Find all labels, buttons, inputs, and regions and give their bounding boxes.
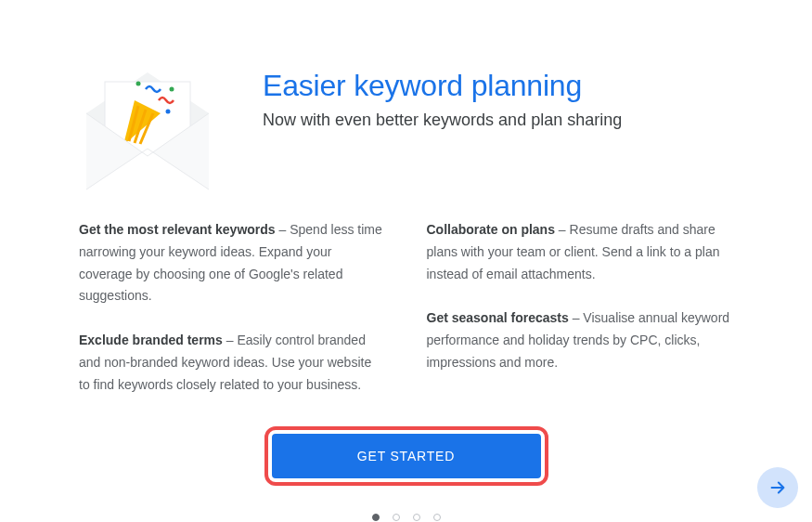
- svg-point-6: [136, 82, 141, 86]
- feature-item: Collaborate on plans – Resume drafts and…: [427, 219, 734, 285]
- feature-title: Get the most relevant keywords: [79, 222, 276, 237]
- feature-item: Exclude branded terms – Easily control b…: [79, 330, 386, 396]
- pagination-dot-4[interactable]: [433, 514, 441, 521]
- next-button[interactable]: [757, 467, 798, 508]
- pagination-dot-2[interactable]: [393, 514, 400, 521]
- pagination-dot-1[interactable]: [372, 514, 380, 521]
- feature-item: Get the most relevant keywords – Spend l…: [79, 219, 386, 307]
- feature-title: Get seasonal forecasts: [427, 310, 569, 325]
- svg-point-8: [166, 110, 171, 114]
- page-title: Easier keyword planning: [263, 69, 622, 103]
- feature-title: Collaborate on plans: [427, 222, 555, 237]
- pagination-dots: [79, 514, 733, 521]
- envelope-confetti-icon: [79, 56, 216, 193]
- pagination-dot-3[interactable]: [413, 514, 420, 521]
- feature-item: Get seasonal forecasts – Visualise annua…: [427, 307, 734, 373]
- arrow-right-icon: [767, 477, 788, 498]
- cta-highlight-box: GET STARTED: [264, 426, 548, 486]
- get-started-button[interactable]: GET STARTED: [272, 434, 541, 478]
- features-grid: Get the most relevant keywords – Spend l…: [79, 219, 733, 397]
- feature-title: Exclude branded terms: [79, 333, 223, 347]
- svg-point-7: [170, 87, 174, 92]
- page-subtitle: Now with even better keywords and plan s…: [263, 111, 622, 130]
